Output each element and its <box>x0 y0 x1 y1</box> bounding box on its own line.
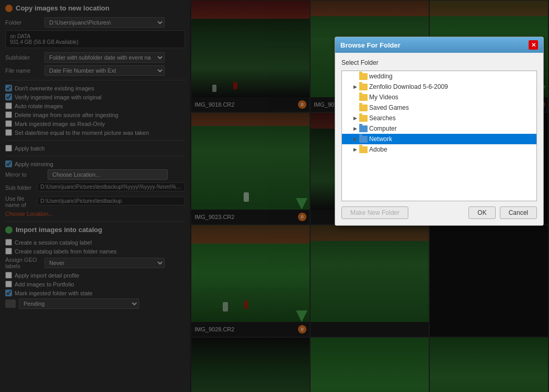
dialog-titlebar: Browse For Folder ✕ <box>335 37 543 53</box>
folder-item-searches[interactable]: ▶ Searches <box>342 113 536 123</box>
folder-tree[interactable]: wedding ▶ Zenfolio Download 5-6-2009 My … <box>341 71 537 201</box>
dialog-instruction: Select Folder <box>341 59 537 66</box>
folder-item-network[interactable]: ▶ Network <box>342 134 536 144</box>
folder-icon-searches <box>359 115 368 122</box>
folder-name-savedgames: Saved Games <box>369 104 409 111</box>
expand-arrow-network: ▶ <box>352 136 358 142</box>
folder-icon-myvideos <box>359 94 368 101</box>
folder-item-zenfolio[interactable]: ▶ Zenfolio Download 5-6-2009 <box>342 82 536 92</box>
folder-icon-wedding <box>359 73 368 80</box>
dialog-body: Select Folder wedding ▶ Zenfolio Downloa… <box>335 53 543 225</box>
cancel-button[interactable]: Cancel <box>500 206 537 219</box>
folder-icon-network <box>359 136 368 143</box>
expand-arrow-searches: ▶ <box>352 116 358 121</box>
folder-item-savedgames[interactable]: Saved Games <box>342 102 536 113</box>
folder-name-zenfolio: Zenfolio Download 5-6-2009 <box>369 83 448 90</box>
expand-arrow-wedding <box>352 74 358 79</box>
dialog-title: Browse For Folder <box>340 41 401 49</box>
expand-arrow-computer: ▶ <box>352 126 358 131</box>
browse-for-folder-dialog: Browse For Folder ✕ Select Folder weddin… <box>335 37 544 226</box>
folder-item-computer[interactable]: ▶ Computer <box>342 123 536 134</box>
dialog-close-button[interactable]: ✕ <box>529 40 538 50</box>
folder-name-wedding: wedding <box>369 73 393 80</box>
folder-icon-adobe <box>359 146 368 153</box>
folder-name-network: Network <box>369 135 392 143</box>
make-new-folder-button[interactable]: Make New Folder <box>341 206 408 219</box>
dialog-buttons: Make New Folder OK Cancel <box>341 206 537 219</box>
folder-icon-computer <box>359 125 368 132</box>
expand-arrow-savedgames <box>352 105 358 110</box>
folder-icon-zenfolio <box>359 84 368 90</box>
ok-button[interactable]: OK <box>468 206 495 219</box>
folder-name-searches: Searches <box>369 114 396 122</box>
folder-item-adobe[interactable]: ▶ Adobe <box>342 144 536 155</box>
expand-arrow-adobe: ▶ <box>352 147 358 152</box>
folder-item-wedding[interactable]: wedding <box>342 71 536 82</box>
folder-icon-savedgames <box>359 105 368 111</box>
folder-item-myvideos[interactable]: My Videos <box>342 92 536 102</box>
folder-name-adobe: Adobe <box>369 146 387 153</box>
folder-name-computer: Computer <box>369 125 397 132</box>
folder-name-myvideos: My Videos <box>369 94 398 101</box>
expand-arrow-zenfolio: ▶ <box>352 84 358 89</box>
expand-arrow-myvideos <box>352 95 358 100</box>
